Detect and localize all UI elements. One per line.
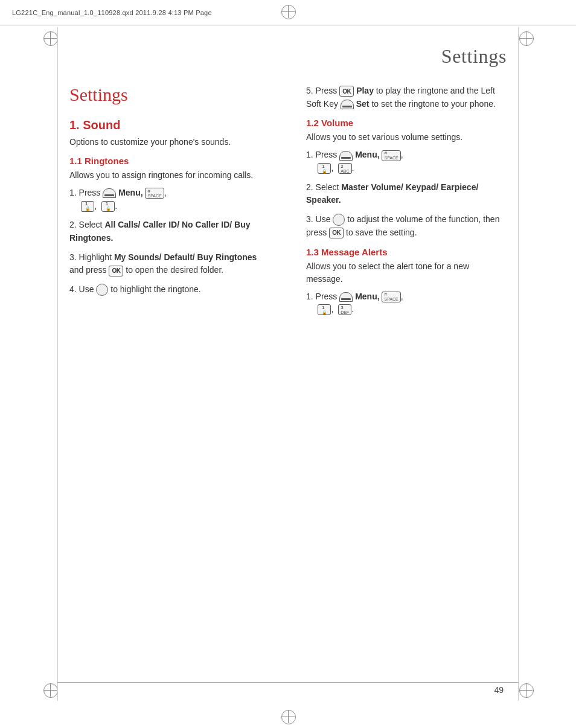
key-1-vol1: 1🔒 bbox=[318, 163, 331, 174]
key-hash-icon: #SPACE bbox=[145, 188, 164, 199]
margin-right bbox=[518, 27, 519, 701]
key-1b-icon: 1🔒 bbox=[101, 201, 115, 212]
vol-step1: 1. Press Menu, #SPACE , 1🔒 , 2ABC . bbox=[306, 148, 507, 174]
step3: 3. Highlight My Sounds/ Default/ Buy Rin… bbox=[69, 251, 270, 277]
step5-set: Set bbox=[356, 99, 370, 109]
reg-mark-top-left bbox=[43, 31, 57, 45]
subsection3-heading: 1.3 Message Alerts bbox=[306, 247, 507, 257]
key-menu-vol1 bbox=[339, 151, 353, 161]
msg-step1: 1. Press Menu, #SPACE , 1🔒 , 3DEF . bbox=[306, 290, 507, 316]
vol-step3: 3. Use to adjust the volume of the funct… bbox=[306, 213, 507, 239]
key-menu-step5 bbox=[341, 100, 354, 109]
subsection2-body: Allows you to set various volume setting… bbox=[306, 131, 507, 144]
step2: 2. Select All Calls/ Caller ID/ No Calle… bbox=[69, 219, 270, 244]
reg-mark-bottom-right bbox=[519, 683, 533, 697]
key-hash-vol1: #SPACE bbox=[382, 150, 400, 161]
page-title: Settings bbox=[441, 45, 507, 68]
step4: 4. Use to highlight the ringtone. bbox=[69, 283, 270, 296]
step2-bold: All Calls/ Caller ID/ No Caller ID/ Buy … bbox=[69, 220, 251, 243]
section1-body: Options to customize your phone's sounds… bbox=[69, 136, 270, 148]
key-nav-step4 bbox=[96, 284, 108, 296]
main-content: Settings 1. Sound Options to customize y… bbox=[69, 85, 507, 674]
step5: 5. Press OK Play to play the ringtone an… bbox=[306, 85, 507, 110]
right-column: 5. Press OK Play to play the ringtone an… bbox=[300, 85, 507, 674]
key-3-msg1: 3DEF bbox=[338, 304, 351, 315]
key-2-vol1: 2ABC bbox=[338, 163, 351, 174]
reg-mark-bottom-left bbox=[43, 683, 57, 697]
step1: 1. Press Menu, #SPACE , 1🔒 , 1🔒 . bbox=[69, 187, 270, 212]
key-hash-msg1: #SPACE bbox=[382, 292, 400, 302]
step3-bold: My Sounds/ Default/ Buy Ringtones bbox=[114, 252, 257, 262]
reg-mark-center-bottom bbox=[281, 710, 295, 723]
vol-step2-bold: Master Volume/ Keypad/ Earpiece/ Speaker… bbox=[306, 182, 478, 205]
step1-menu-label: Menu, bbox=[118, 188, 145, 197]
subsection1-body: Allows you to assign ringtones for incom… bbox=[69, 169, 270, 182]
page-number: 49 bbox=[494, 685, 504, 695]
key-nav-vol3 bbox=[333, 214, 345, 226]
subsection3-body: Allows you to select the alert tone for … bbox=[306, 260, 507, 286]
left-column: Settings 1. Sound Options to customize y… bbox=[69, 85, 276, 674]
key-ok-step3: OK bbox=[109, 266, 123, 276]
header-text: LG221C_Eng_manual_1.0_110928.qxd 2011.9.… bbox=[12, 9, 212, 16]
reg-mark-center-top bbox=[281, 5, 295, 18]
key-ok-step5: OK bbox=[339, 86, 354, 97]
subsection2-heading: 1.2 Volume bbox=[306, 118, 507, 128]
bottom-divider bbox=[57, 682, 519, 683]
key-1a-icon: 1🔒 bbox=[81, 201, 94, 212]
step1-text: 1. Press bbox=[69, 188, 103, 197]
vol-step2: 2. Select Master Volume/ Keypad/ Earpiec… bbox=[306, 181, 507, 207]
main-heading: Settings bbox=[69, 85, 270, 105]
reg-mark-top-right bbox=[519, 31, 533, 45]
step5-play: Play bbox=[356, 86, 374, 95]
margin-left bbox=[57, 27, 58, 701]
key-menu-msg1 bbox=[339, 292, 353, 302]
section1-heading: 1. Sound bbox=[69, 118, 270, 132]
key-1-msg1: 1🔒 bbox=[318, 304, 331, 315]
key-menu-icon bbox=[103, 188, 116, 198]
key-ok-vol3: OK bbox=[329, 228, 344, 238]
subsection1-heading: 1.1 Ringtones bbox=[69, 156, 270, 166]
